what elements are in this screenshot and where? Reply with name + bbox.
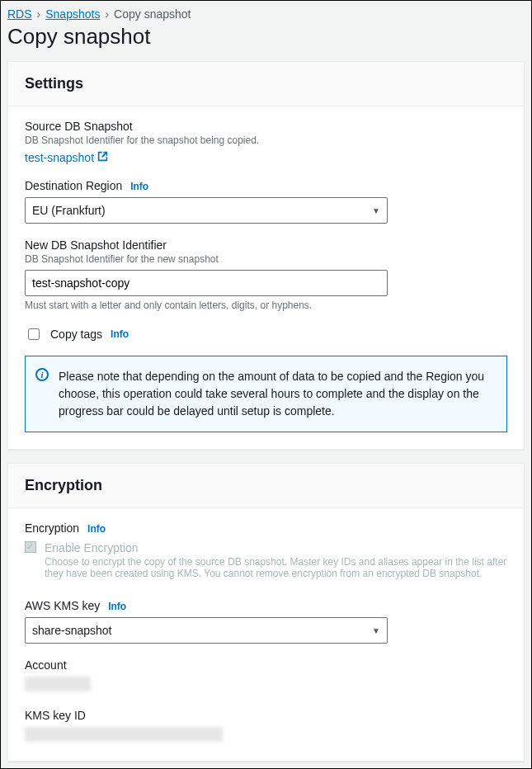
encryption-field: Encryption Info Enable Encryption Choose… <box>25 521 507 584</box>
copy-tags-checkbox[interactable] <box>28 328 40 340</box>
kms-key-id-label: KMS key ID <box>25 709 507 722</box>
destination-region-info-link[interactable]: Info <box>130 181 148 192</box>
page-title: Copy snapshot <box>1 24 531 61</box>
destination-region-value: EU (Frankfurt) <box>32 204 106 217</box>
kms-key-field: AWS KMS key Info share-snapshot ▼ <box>25 599 507 644</box>
duration-notice: i Please note that depending on the amou… <box>25 356 507 432</box>
kms-key-id-field: KMS key ID <box>25 709 507 744</box>
info-icon: i <box>35 368 49 381</box>
new-snapshot-id-hint: DB Snapshot Identifier for the new snaps… <box>25 253 507 265</box>
caret-down-icon: ▼ <box>372 206 380 215</box>
settings-panel: Settings Source DB Snapshot DB Snapshot … <box>7 61 525 450</box>
encryption-label-row: Encryption Info <box>25 521 507 535</box>
chevron-right-icon: › <box>105 7 109 21</box>
new-snapshot-id-label: New DB Snapshot Identifier <box>25 238 507 252</box>
kms-key-select[interactable]: share-snapshot ▼ <box>25 617 388 644</box>
enable-encryption-row: Enable Encryption Choose to encrypt the … <box>25 541 507 584</box>
copy-tags-field: Copy tags Info <box>25 326 507 342</box>
enable-encryption-checkbox <box>25 541 36 553</box>
account-label: Account <box>25 658 507 672</box>
breadcrumb-link-rds[interactable]: RDS <box>7 7 32 21</box>
breadcrumb-current: Copy snapshot <box>114 7 191 21</box>
enable-encryption-label: Enable Encryption <box>45 541 507 554</box>
copy-tags-label: Copy tags <box>50 328 102 341</box>
kms-key-value: share-snapshot <box>32 624 112 637</box>
kms-key-info-link[interactable]: Info <box>108 601 126 612</box>
new-snapshot-id-help: Must start with a letter and only contai… <box>25 300 507 311</box>
external-link-icon <box>97 151 108 164</box>
new-snapshot-id-field: New DB Snapshot Identifier DB Snapshot I… <box>25 238 507 311</box>
source-snapshot-field: Source DB Snapshot DB Snapshot Identifie… <box>25 120 507 164</box>
caret-down-icon: ▼ <box>372 626 380 635</box>
account-field: Account <box>25 658 507 694</box>
destination-region-label: Destination Region Info <box>25 179 507 192</box>
new-snapshot-id-input[interactable] <box>25 270 388 296</box>
breadcrumb-link-snapshots[interactable]: Snapshots <box>45 7 100 21</box>
copy-tags-info-link[interactable]: Info <box>111 328 129 340</box>
destination-region-select[interactable]: EU (Frankfurt) ▼ <box>25 197 388 224</box>
settings-header: Settings <box>8 62 524 106</box>
account-value-redacted <box>25 677 91 691</box>
encryption-info-link[interactable]: Info <box>87 523 106 535</box>
source-snapshot-link[interactable]: test-snapshot <box>25 151 108 164</box>
source-snapshot-label: Source DB Snapshot <box>25 120 507 133</box>
source-snapshot-link-text: test-snapshot <box>25 151 94 164</box>
chevron-right-icon: › <box>37 7 41 21</box>
encryption-panel: Encryption Encryption Info Enable Encryp… <box>7 463 525 762</box>
source-snapshot-hint: DB Snapshot Identifier for the snapshot … <box>25 134 507 146</box>
destination-region-field: Destination Region Info EU (Frankfurt) ▼ <box>25 179 507 224</box>
kms-key-id-value-redacted <box>25 727 223 742</box>
encryption-header: Encryption <box>8 464 524 508</box>
duration-notice-text: Please note that depending on the amount… <box>59 370 484 418</box>
enable-encryption-hint: Choose to encrypt the copy of the source… <box>45 556 507 579</box>
kms-key-label-row: AWS KMS key Info <box>25 599 507 612</box>
breadcrumb: RDS › Snapshots › Copy snapshot <box>1 1 531 24</box>
